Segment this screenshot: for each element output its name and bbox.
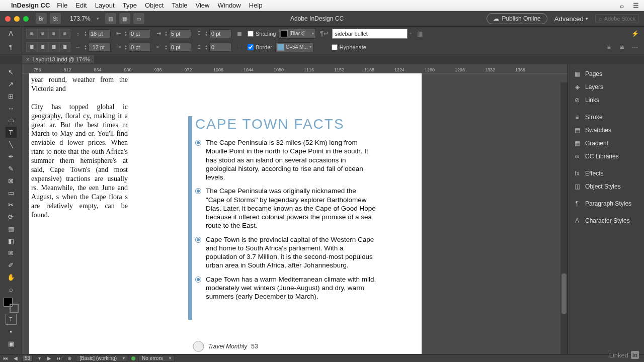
right-indent-field[interactable]: ⇥▲▼: [114, 43, 151, 52]
gap-tool-icon[interactable]: ↔: [6, 103, 17, 114]
menu-file[interactable]: File: [57, 2, 67, 9]
page-number-field[interactable]: 53: [22, 355, 33, 361]
menu-object[interactable]: Object: [145, 2, 164, 9]
shading-swatch-selector[interactable]: [Black] ▾: [279, 29, 316, 39]
page-tool-icon[interactable]: ⊞: [6, 90, 17, 102]
justify-right-icon[interactable]: ≣: [48, 42, 59, 52]
shading-checkbox[interactable]: [248, 31, 254, 37]
border-checkbox[interactable]: [248, 44, 254, 50]
facts-sidebar[interactable]: CAPE TOWN FACTS The Cape Peninsula is 32…: [195, 116, 376, 306]
menu-view[interactable]: View: [196, 2, 210, 9]
paragraph-style-selector[interactable]: sidebar bullet: [332, 29, 408, 39]
close-tab-icon[interactable]: ×: [26, 56, 29, 62]
left-indent-field[interactable]: ⇤▲▼: [114, 29, 151, 38]
stock-icon[interactable]: St: [50, 13, 61, 24]
document-page[interactable]: year round, weather from the Victoria an…: [29, 73, 422, 354]
dropcap-lines-icon[interactable]: ≣: [234, 29, 245, 38]
panel-effects[interactable]: fxEffects: [568, 167, 644, 180]
menu-table[interactable]: Table: [172, 2, 187, 9]
facts-title[interactable]: CAPE TOWN FACTS: [195, 116, 376, 132]
selection-tool-icon[interactable]: ↖: [6, 66, 17, 77]
apply-color-icon[interactable]: ▪: [6, 326, 17, 337]
bridge-icon[interactable]: Br: [36, 13, 47, 24]
gradient-swatch-tool-icon[interactable]: ▦: [6, 223, 17, 234]
prev-page-icon[interactable]: ◀: [12, 355, 19, 361]
eyedropper-tool-icon[interactable]: ✐: [6, 259, 17, 270]
note-tool-icon[interactable]: ✉: [6, 247, 17, 258]
menu-type[interactable]: Type: [123, 2, 137, 9]
open-icon[interactable]: ⊕: [66, 355, 73, 361]
free-transform-tool-icon[interactable]: ⟳: [6, 211, 17, 222]
panel-swatches[interactable]: ▤Swatches: [568, 124, 644, 137]
zoom-tool-icon[interactable]: ⌕: [6, 284, 17, 295]
leading-field[interactable]: ↕▲▼: [73, 29, 111, 38]
menu-layout[interactable]: Layout: [95, 2, 115, 9]
direct-selection-tool-icon[interactable]: ↗: [6, 78, 17, 89]
fact-item[interactable]: Cape Town has a warm Mediterranean clima…: [195, 275, 376, 301]
adobe-stock-search[interactable]: ⌕ Adobe Stock: [595, 14, 639, 23]
fill-stroke-control[interactable]: [4, 298, 19, 313]
panel-cc-libraries[interactable]: ∞CC Libraries: [568, 150, 644, 163]
chevron-down-icon[interactable]: ▾: [97, 16, 99, 21]
screen-mode-icon[interactable]: ▦: [119, 13, 130, 24]
character-mode-icon[interactable]: A: [0, 27, 22, 40]
pen-tool-icon[interactable]: ✒: [6, 151, 17, 162]
dropcap-chars-icon[interactable]: ≣: [234, 43, 245, 52]
space-after-field[interactable]: ↥▲▼: [194, 43, 231, 52]
panel-links[interactable]: ⊘Links: [568, 94, 644, 107]
close-window-icon[interactable]: [5, 16, 11, 22]
baseline-grid-off-icon[interactable]: ≢: [617, 43, 627, 52]
menu-window[interactable]: Window: [218, 2, 241, 9]
hand-tool-icon[interactable]: ✋: [6, 272, 17, 283]
content-collector-icon[interactable]: ▭: [6, 115, 17, 126]
scrollbar-thumb[interactable]: [561, 274, 567, 314]
space-before-field[interactable]: ↧▲▼: [194, 29, 231, 38]
last-page-icon[interactable]: ⏭: [56, 355, 63, 361]
minimize-window-icon[interactable]: [14, 16, 20, 22]
publish-online-button[interactable]: ☁ Publish Online: [487, 13, 547, 24]
workspace-selector[interactable]: Advanced ▾: [554, 15, 588, 23]
fact-item[interactable]: Cape Town is the provincial capital of t…: [195, 235, 376, 270]
fact-item[interactable]: The Cape Peninsula is 32 miles (52 Km) l…: [195, 138, 376, 182]
vertical-ruler[interactable]: [22, 73, 29, 354]
zoom-window-icon[interactable]: [23, 16, 29, 22]
pencil-tool-icon[interactable]: ✎: [6, 163, 17, 174]
align-center-icon[interactable]: ≡: [37, 29, 48, 39]
document-area[interactable]: year round, weather from the Victoria an…: [22, 73, 568, 354]
menu-icon[interactable]: ☰: [633, 2, 639, 9]
rectangle-frame-tool-icon[interactable]: ⊠: [6, 175, 17, 186]
first-line-indent-field[interactable]: ⇥▲▼: [154, 29, 191, 38]
last-line-indent-field[interactable]: ⇤▲▼: [154, 43, 191, 52]
view-options-icon[interactable]: ▥: [105, 13, 116, 24]
tracking-field[interactable]: ↔▲▼: [73, 43, 111, 52]
preflight-selector[interactable]: No errors▾: [138, 355, 175, 361]
gradient-feather-tool-icon[interactable]: ◧: [6, 235, 17, 246]
panel-gradient[interactable]: ▦Gradient: [568, 137, 644, 150]
formatting-text-icon[interactable]: T: [6, 314, 17, 325]
search-icon[interactable]: ⌕: [620, 2, 624, 10]
paragraph-mode-icon[interactable]: ¶: [0, 40, 22, 54]
menu-help[interactable]: Help: [249, 2, 263, 9]
justify-left-icon[interactable]: ≣: [26, 42, 37, 52]
line-tool-icon[interactable]: ╲: [6, 139, 17, 150]
justify-all-icon[interactable]: ≣: [59, 42, 70, 52]
quick-apply-icon[interactable]: ⚡: [630, 29, 640, 38]
first-page-icon[interactable]: ⏮: [2, 355, 9, 361]
border-swatch-selector[interactable]: C=54 M... ▾: [275, 42, 313, 52]
app-name[interactable]: InDesign CC: [11, 2, 50, 9]
body-text-frame[interactable]: year round, weather from the Victoria an…: [29, 73, 130, 222]
chevron-down-icon[interactable]: ▾: [410, 31, 412, 36]
document-tab[interactable]: × Layout13.indd @ 174%: [22, 55, 94, 63]
horizontal-ruler[interactable]: 756 812 864 900 936 972 1008 1044 1080 1…: [22, 64, 568, 73]
scissors-tool-icon[interactable]: ✂: [6, 199, 17, 210]
panel-stroke[interactable]: ≡Stroke: [568, 111, 644, 124]
vertical-scrollbar[interactable]: [560, 82, 568, 354]
panel-character-styles[interactable]: ACharacter Styles: [568, 214, 644, 227]
next-page-icon[interactable]: ▶: [46, 355, 53, 361]
panel-menu-icon[interactable]: ⋯: [630, 43, 640, 52]
fact-item[interactable]: The Cape Peninsula was originally nickna…: [195, 187, 376, 230]
align-right-icon[interactable]: ≡: [48, 29, 59, 39]
baseline-grid-on-icon[interactable]: ≡: [604, 43, 614, 52]
justify-center-icon[interactable]: ≣: [37, 42, 48, 52]
page-dropdown-icon[interactable]: ▾: [36, 355, 43, 361]
